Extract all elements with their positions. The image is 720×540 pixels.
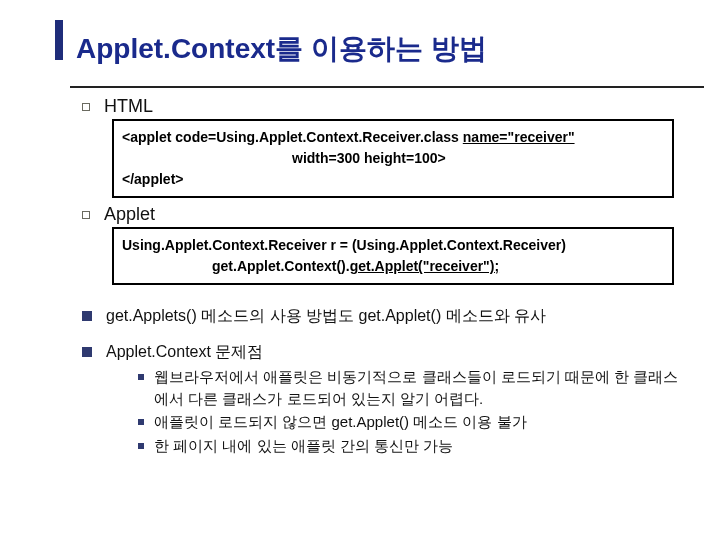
bullet-applet-icon xyxy=(82,211,90,219)
code-line: </applet> xyxy=(122,171,183,187)
bullet-small-icon xyxy=(138,374,144,380)
slide: Applet.Context를 이용하는 방법 HTML <applet cod… xyxy=(0,0,720,540)
section-applet-label: Applet xyxy=(104,204,155,225)
list-item-text: 애플릿이 로드되지 않으면 get.Applet() 메소드 이용 불가 xyxy=(154,411,527,433)
list-item: 웹브라우저에서 애플릿은 비동기적으로 클래스들이 로드되기 때문에 한 클래스… xyxy=(138,366,690,410)
code-line-wrap: get.Applet.Context().get.Applet("receive… xyxy=(122,256,664,277)
point-getapplets: get.Applets() 메소드의 사용 방법도 get.Applet() 메… xyxy=(82,305,690,327)
code-line: get.Applet.Context(). xyxy=(212,258,350,274)
bullet-small-icon xyxy=(138,443,144,449)
html-code-box: <applet code=Using.Applet.Context.Receiv… xyxy=(112,119,674,198)
bullet-solid-icon xyxy=(82,311,92,321)
title-accent-bar xyxy=(55,20,63,60)
section-html-label: HTML xyxy=(104,96,153,117)
bullet-html-icon xyxy=(82,103,90,111)
list-item: 애플릿이 로드되지 않으면 get.Applet() 메소드 이용 불가 xyxy=(138,411,690,433)
code-line: <applet code=Using.Applet.Context.Receiv… xyxy=(122,129,463,145)
slide-content: HTML <applet code=Using.Applet.Context.R… xyxy=(70,96,690,457)
point-text: get.Applets() 메소드의 사용 방법도 get.Applet() 메… xyxy=(106,305,546,327)
code-line: width=300 height=100> xyxy=(122,148,664,169)
bullet-solid-icon xyxy=(82,347,92,357)
problems-list: 웹브라우저에서 애플릿은 비동기적으로 클래스들이 로드되기 때문에 한 클래스… xyxy=(138,366,690,457)
code-line-underline: get.Applet("receiver"); xyxy=(350,258,499,274)
point-problems-label: Applet.Context 문제점 xyxy=(106,341,263,363)
point-problems: Applet.Context 문제점 xyxy=(82,341,690,363)
section-applet: Applet xyxy=(82,204,690,225)
bullet-small-icon xyxy=(138,419,144,425)
code-line: Using.Applet.Context.Receiver r = (Using… xyxy=(122,237,566,253)
list-item-text: 한 페이지 내에 있는 애플릿 간의 통신만 가능 xyxy=(154,435,453,457)
title-rule xyxy=(70,86,704,88)
slide-title: Applet.Context를 이용하는 방법 xyxy=(76,30,690,68)
code-line-underline: name="receiver" xyxy=(463,129,575,145)
applet-code-box: Using.Applet.Context.Receiver r = (Using… xyxy=(112,227,674,285)
list-item: 한 페이지 내에 있는 애플릿 간의 통신만 가능 xyxy=(138,435,690,457)
section-html: HTML xyxy=(82,96,690,117)
list-item-text: 웹브라우저에서 애플릿은 비동기적으로 클래스들이 로드되기 때문에 한 클래스… xyxy=(154,366,690,410)
